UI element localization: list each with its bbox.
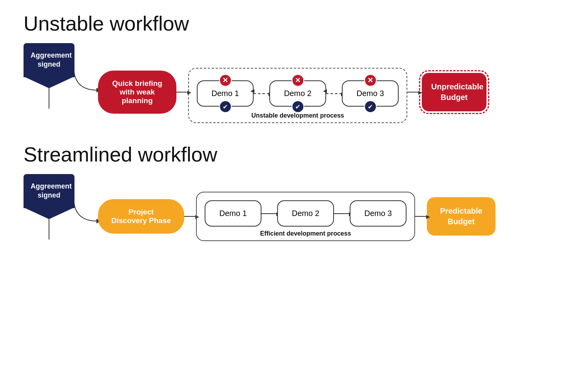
demo2-check-icon: ✔ bbox=[292, 100, 304, 113]
streamlined-section: Streamlined workflow Aggreement signed P… bbox=[0, 139, 588, 249]
demo1-check-icon: ✔ bbox=[219, 100, 232, 113]
unstable-demos-label: Unstable development process bbox=[251, 112, 344, 119]
unstable-briefing-node: Quick briefing with weak planning bbox=[98, 71, 176, 114]
unstable-agreement-col: Aggreement signed bbox=[24, 43, 74, 109]
solid-conn-2-3: ▶ bbox=[334, 213, 350, 214]
unstable-title: Unstable workflow bbox=[24, 12, 564, 35]
streamlined-budget-box: Predictable Budget bbox=[427, 197, 495, 236]
streamlined-agreement-col: Aggreement signed bbox=[24, 174, 74, 240]
arrow-to-budget-streamlined: ▶ bbox=[415, 216, 427, 217]
unstable-demos-wrapper: ✕ Demo 1 ✔ ▶ ◀ ✕ Demo 2 ✔ ▶ bbox=[188, 68, 407, 123]
streamlined-demos-wrapper: Demo 1 ▶ Demo 2 ▶ Demo 3 Efficient devel… bbox=[196, 192, 415, 241]
solid-conn-1-2: ▶ bbox=[261, 213, 277, 214]
unstable-agreement-box: Aggreement signed bbox=[24, 43, 74, 77]
unstable-demo2: ✕ Demo 2 ✔ bbox=[269, 80, 326, 107]
streamlined-demo2: Demo 2 bbox=[277, 200, 334, 227]
demo1-x-icon: ✕ bbox=[219, 74, 232, 87]
streamlined-agreement-box: Aggreement signed bbox=[24, 174, 74, 208]
dashed-conn-2-3: ▶ ◀ bbox=[326, 93, 342, 94]
streamlined-demo3: Demo 3 bbox=[350, 200, 407, 227]
streamlined-demo1: Demo 1 bbox=[205, 200, 261, 227]
demo3-check-icon: ✔ bbox=[364, 100, 377, 113]
unstable-demo1: ✕ Demo 1 ✔ bbox=[197, 80, 254, 107]
unstable-section: Unstable workflow Aggreement signed Quic… bbox=[0, 0, 588, 131]
streamlined-title: Streamlined workflow bbox=[24, 143, 564, 166]
unstable-budget-wrap: Unpredictable Budget bbox=[419, 70, 489, 114]
dashed-conn-1-2: ▶ ◀ bbox=[254, 93, 269, 94]
unstable-budget-box: Unpredictable Budget bbox=[422, 73, 486, 111]
unstable-demo3: ✕ Demo 3 ✔ bbox=[342, 80, 399, 107]
demo2-x-icon: ✕ bbox=[292, 74, 304, 87]
streamlined-discovery-node: Project Discovery Phase bbox=[98, 199, 184, 234]
arrow-to-demos-streamlined: ▶ bbox=[184, 216, 196, 217]
demo3-x-icon: ✕ bbox=[364, 74, 377, 87]
arrow-to-budget-unstable: ▶ bbox=[407, 92, 419, 93]
arrow-to-demos: ▶ bbox=[176, 92, 188, 93]
streamlined-demos-label: Efficient development process bbox=[260, 230, 351, 237]
